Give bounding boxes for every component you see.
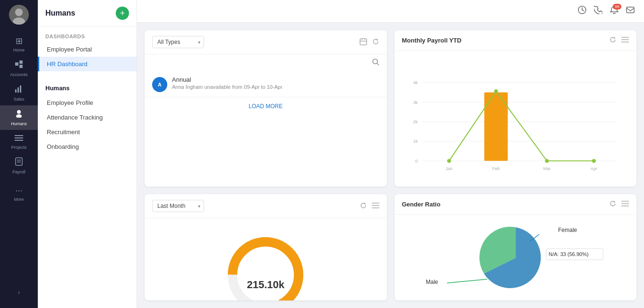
svg-text:Apr: Apr xyxy=(590,166,597,171)
menu-item-employee-portal[interactable]: Employee Portal xyxy=(38,42,137,57)
svg-rect-3 xyxy=(15,62,18,66)
svg-point-48 xyxy=(592,159,595,163)
event-info: Annual Anna Ingham unavailable from 09-A… xyxy=(172,76,379,90)
svg-text:3k: 3k xyxy=(413,100,418,105)
payroll-icon xyxy=(15,157,23,168)
payroll-card-title: Monthly Payroll YTD xyxy=(402,37,462,44)
more-icon: ··· xyxy=(15,186,22,196)
sidebar-nav: ⊞ Home Accounts Sales Humans Projects Pa… xyxy=(0,0,38,308)
dashboards-section: Dashboards Employee Portal HR Dashboard xyxy=(38,27,137,76)
svg-rect-20 xyxy=(627,7,634,13)
events-filter-select[interactable]: All Types Annual Sick Emergency xyxy=(152,36,204,48)
svg-text:Female: Female xyxy=(558,227,577,233)
gender-card: Gender Ratio xyxy=(395,194,637,300)
sidebar-accounts-label: Accounts xyxy=(10,72,27,77)
gender-menu-icon[interactable] xyxy=(621,200,629,208)
sidebar-item-payroll[interactable]: Payroll xyxy=(0,154,38,178)
gender-card-title: Gender Ratio xyxy=(402,201,441,208)
sidebar-item-accounts[interactable]: Accounts xyxy=(0,56,38,81)
payroll-header-actions xyxy=(609,36,629,45)
add-button[interactable]: + xyxy=(116,7,129,20)
payroll-menu-icon[interactable] xyxy=(621,36,629,44)
sidebar-item-home[interactable]: ⊞ Home xyxy=(0,32,38,56)
donut-header-actions xyxy=(360,202,379,211)
menu-item-hr-dashboard[interactable]: HR Dashboard xyxy=(38,57,137,71)
top-bar: 99 xyxy=(137,0,644,23)
events-filter-wrap[interactable]: All Types Annual Sick Emergency xyxy=(152,36,204,48)
donut-menu-icon[interactable] xyxy=(372,202,379,210)
phone-icon[interactable] xyxy=(594,6,602,17)
svg-text:2k: 2k xyxy=(413,120,418,124)
svg-text:N/A: 33 (56.90%): N/A: 33 (56.90%) xyxy=(549,251,588,257)
clock-icon[interactable] xyxy=(578,6,586,17)
svg-text:Mar: Mar xyxy=(543,166,550,171)
events-refresh-icon[interactable] xyxy=(372,38,379,47)
avatar[interactable] xyxy=(9,5,29,25)
projects-icon xyxy=(15,134,23,144)
donut-chart-container: 215.10k xyxy=(145,218,387,300)
svg-point-45 xyxy=(447,159,451,163)
svg-rect-7 xyxy=(17,87,19,93)
gender-refresh-icon[interactable] xyxy=(609,200,617,209)
sidebar-item-sales[interactable]: Sales xyxy=(0,81,38,105)
events-search-row xyxy=(145,54,387,71)
donut-filter-wrap[interactable]: Last Month This Month Last Quarter xyxy=(152,200,204,212)
events-header-actions xyxy=(360,38,379,47)
donut-filter-select[interactable]: Last Month This Month Last Quarter xyxy=(152,200,204,212)
events-card: All Types Annual Sick Emergency xyxy=(145,30,387,187)
donut-refresh-icon[interactable] xyxy=(360,202,367,211)
svg-point-47 xyxy=(545,159,549,163)
main-content: 99 All Types Annual Sick Emergency xyxy=(137,0,644,308)
menu-item-onboarding[interactable]: Onboarding xyxy=(38,139,137,154)
donut-card-header: Last Month This Month Last Quarter xyxy=(145,194,387,218)
svg-line-19 xyxy=(582,10,584,11)
svg-point-25 xyxy=(373,59,378,64)
svg-rect-14 xyxy=(16,158,22,165)
bell-icon[interactable]: 99 xyxy=(610,6,618,17)
svg-line-62 xyxy=(447,279,487,283)
event-description: Anna Ingham unavailable from 09-Apr to 1… xyxy=(172,84,379,90)
sidebar-item-humans[interactable]: Humans xyxy=(0,105,38,130)
gender-card-header: Gender Ratio xyxy=(395,194,637,215)
event-dot: A xyxy=(152,77,167,92)
events-calendar-icon[interactable] xyxy=(360,38,367,47)
svg-text:Feb: Feb xyxy=(492,166,499,171)
load-more-button[interactable]: LOAD MORE xyxy=(145,97,387,115)
sidebar-sales-label: Sales xyxy=(14,97,25,102)
sidebar-payroll-label: Payroll xyxy=(12,170,26,174)
menu-item-recruitment[interactable]: Recruitment xyxy=(38,125,137,139)
svg-point-46 xyxy=(494,89,498,93)
menu-item-employee-profile[interactable]: Employee Profile xyxy=(38,95,137,110)
svg-point-1 xyxy=(15,9,23,16)
svg-text:Jan: Jan xyxy=(446,166,453,171)
dashboards-section-title: Dashboards xyxy=(38,32,137,42)
sidebar-item-more[interactable]: ··· More xyxy=(0,182,38,205)
svg-rect-8 xyxy=(20,86,21,93)
payroll-chart-area: 4k 3k 2k 1k 0 Jan Feb Mar Apr xyxy=(395,51,637,187)
gender-chart-container: Female N/A: 33 (56.90%) Male xyxy=(395,215,637,291)
svg-point-9 xyxy=(17,110,21,114)
events-search-button[interactable] xyxy=(372,58,379,68)
gender-header-actions xyxy=(609,200,629,209)
sidebar-projects-label: Projects xyxy=(11,145,27,150)
sidebar-more-label: More xyxy=(14,197,24,202)
content-area: All Types Annual Sick Emergency xyxy=(137,23,644,308)
payroll-card: Monthly Payroll YTD xyxy=(395,30,637,187)
humans-section-header: Humans xyxy=(38,81,137,95)
sidebar-menu: Humans + Dashboards Employee Portal HR D… xyxy=(38,0,137,308)
humans-icon xyxy=(15,109,23,120)
events-card-body: A Annual Anna Ingham unavailable from 09… xyxy=(145,71,387,97)
menu-item-attendance-tracking[interactable]: Attendance Tracking xyxy=(38,110,137,125)
sidebar-collapse-btn[interactable]: › xyxy=(14,285,24,299)
svg-rect-5 xyxy=(19,65,23,68)
sidebar-item-projects[interactable]: Projects xyxy=(0,130,38,154)
svg-rect-4 xyxy=(19,60,23,64)
payroll-card-header: Monthly Payroll YTD xyxy=(395,30,637,51)
sidebar-menu-title: Humans xyxy=(45,9,75,17)
donut-value: 215.10k xyxy=(247,279,284,291)
mail-icon[interactable] xyxy=(626,6,635,17)
accounts-icon xyxy=(15,60,23,71)
payroll-refresh-icon[interactable] xyxy=(609,36,617,45)
svg-text:1k: 1k xyxy=(413,139,418,144)
sales-icon xyxy=(15,85,23,95)
